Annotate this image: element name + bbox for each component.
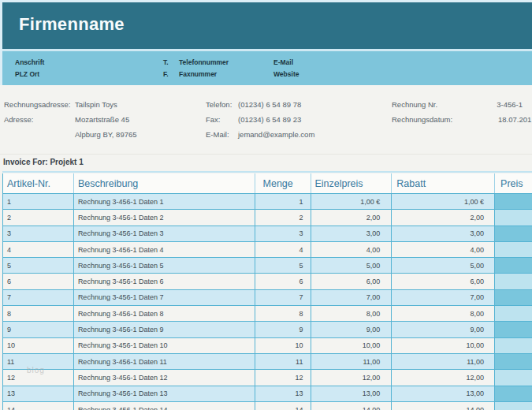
cell-einzelpreis: 11,00 xyxy=(311,354,392,369)
contact-email-label: E-Mail xyxy=(273,58,293,67)
cell-einzelpreis: 8,00 xyxy=(311,306,392,321)
cell-einzelpreis: 7,00 xyxy=(311,290,392,305)
column-header-beschreibung: Beschreibung xyxy=(74,173,255,193)
cell-menge: 8 xyxy=(255,306,312,321)
column-header-menge: Menge xyxy=(255,173,312,193)
cell-menge: 5 xyxy=(255,258,312,273)
cell-preis xyxy=(495,226,532,241)
cell-beschreibung: Rechnung 3-456-1 Daten 8 xyxy=(74,306,255,321)
cell-artikel-nr: 3 xyxy=(3,226,74,241)
cell-rabatt: 1,00 € xyxy=(392,194,495,209)
table-top-accent xyxy=(2,171,532,173)
billing-address-label: Rechnungsadresse: xyxy=(4,100,71,110)
contact-fax-label: Faxnummer xyxy=(179,70,217,79)
table-header-row: Artikel-Nr. Beschreibung Menge Einzelpre… xyxy=(2,173,532,194)
fax-value: (01234) 6 54 89 23 xyxy=(238,115,301,125)
cell-preis xyxy=(495,354,532,369)
cell-menge: 10 xyxy=(255,338,312,353)
invoice-date-value: 18.07.201 xyxy=(498,115,531,125)
cell-preis xyxy=(495,258,532,273)
cell-einzelpreis: 3,00 xyxy=(311,226,392,241)
cell-einzelpreis: 13,00 xyxy=(311,386,392,401)
cell-preis xyxy=(495,322,532,337)
cell-menge: 13 xyxy=(255,386,312,401)
invoice-template-page: { "header": { "company_name": "Firmennam… xyxy=(0,0,532,410)
cell-preis xyxy=(495,194,532,209)
cell-rabatt: 9,00 xyxy=(392,322,495,337)
phone-value: (01234) 6 54 89 78 xyxy=(238,100,301,110)
invoice-for-line: Invoice For: Projekt 1 xyxy=(3,158,84,166)
table-row: 9 Rechnung 3-456-1 Daten 9 9 9,00 9,00 xyxy=(2,322,532,337)
cell-preis xyxy=(495,338,532,353)
table-row: 7 Rechnung 3-456-1 Daten 7 7 7,00 7,00 xyxy=(2,290,532,306)
cell-beschreibung: Rechnung 3-456-1 Daten 1 xyxy=(74,194,255,209)
cell-einzelpreis: 12,00 xyxy=(311,370,392,385)
cell-beschreibung: Rechnung 3-456-1 Daten 3 xyxy=(74,226,255,241)
cell-rabatt: 7,00 xyxy=(392,290,495,305)
email-label: E-Mail: xyxy=(206,130,229,140)
contact-fax-prefix: F. xyxy=(163,70,169,79)
cell-beschreibung: Rechnung 3-456-1 Daten 7 xyxy=(74,290,255,305)
invoice-no-label: Rechnung Nr. xyxy=(392,100,437,110)
contact-phone-prefix: T. xyxy=(163,58,169,67)
company-name: Firmenname xyxy=(19,14,125,35)
cell-rabatt: 10,00 xyxy=(392,338,495,353)
cell-rabatt: 4,00 xyxy=(392,242,495,257)
table-row: 3 Rechnung 3-456-1 Daten 3 3 3,00 3,00 xyxy=(2,226,532,242)
cell-einzelpreis: 4,00 xyxy=(311,242,392,257)
cell-artikel-nr: 6 xyxy=(3,274,74,289)
cell-rabatt: 5,00 xyxy=(392,258,495,273)
cell-preis xyxy=(495,370,532,385)
table-row: 14 Rechnung 3-456-1 Daten 14 14 14,00 14… xyxy=(2,402,532,410)
contact-band: Anschrift PLZ Ort T. Telefonnummer F. Fa… xyxy=(2,51,532,85)
cell-preis xyxy=(495,274,532,289)
table-row: 2 Rechnung 3-456-1 Daten 2 2 2,00 2,00 xyxy=(2,210,532,226)
cell-beschreibung: Rechnung 3-456-1 Daten 13 xyxy=(74,386,255,401)
table-row: 13 Rechnung 3-456-1 Daten 13 13 13,00 13… xyxy=(2,386,532,402)
cell-einzelpreis: 5,00 xyxy=(311,258,392,273)
cell-menge: 11 xyxy=(255,354,312,369)
cell-beschreibung: Rechnung 3-456-1 Daten 6 xyxy=(74,274,255,289)
cell-beschreibung: Rechnung 3-456-1 Daten 2 xyxy=(74,210,255,225)
email-value: jemand@example.com xyxy=(238,130,314,140)
cell-preis xyxy=(495,402,532,410)
cell-artikel-nr: 1 xyxy=(3,194,74,209)
contact-website-label: Website xyxy=(273,70,299,79)
blog-watermark: blog xyxy=(27,366,45,375)
table-row: 12 Rechnung 3-456-1 Daten 12 12 12,00 12… xyxy=(2,370,532,386)
phone-label: Telefon: xyxy=(206,100,232,110)
cell-rabatt: 11,00 xyxy=(392,354,495,369)
billing-address-value: Tailspin Toys xyxy=(75,100,117,110)
cell-preis xyxy=(495,386,532,401)
cell-rabatt: 12,00 xyxy=(392,370,495,385)
cell-beschreibung: Rechnung 3-456-1 Daten 12 xyxy=(74,370,255,385)
cell-artikel-nr: 10 xyxy=(3,338,74,353)
table-body: 1 Rechnung 3-456-1 Daten 1 1 1,00 € 1,00… xyxy=(2,194,532,410)
cell-beschreibung: Rechnung 3-456-1 Daten 4 xyxy=(74,242,255,257)
section-divider xyxy=(0,154,532,155)
invoice-no-value: 3-456-1 xyxy=(444,100,523,110)
cell-artikel-nr: 2 xyxy=(3,210,74,225)
address-city-value: Alpburg BY, 89765 xyxy=(75,130,137,140)
cell-rabatt: 14,00 xyxy=(392,402,495,410)
cell-artikel-nr: 4 xyxy=(3,242,74,257)
cell-menge: 6 xyxy=(255,274,312,289)
table-row: 6 Rechnung 3-456-1 Daten 6 6 6,00 6,00 xyxy=(2,274,532,289)
cell-menge: 14 xyxy=(255,402,312,410)
column-header-preis: Preis xyxy=(495,173,532,193)
cell-einzelpreis: 2,00 xyxy=(311,210,392,225)
cell-menge: 9 xyxy=(255,322,312,337)
cell-beschreibung: Rechnung 3-456-1 Daten 5 xyxy=(74,258,255,273)
cell-preis xyxy=(495,210,532,225)
table-row: 5 Rechnung 3-456-1 Daten 5 5 5,00 5,00 xyxy=(2,258,532,274)
cell-menge: 7 xyxy=(255,290,312,305)
cell-rabatt: 8,00 xyxy=(392,306,495,321)
table-row: 4 Rechnung 3-456-1 Daten 4 4 4,00 4,00 xyxy=(2,242,532,258)
company-banner: Firmenname xyxy=(2,2,532,49)
cell-menge: 3 xyxy=(255,226,312,241)
invoice-date-label: Rechnungsdatum: xyxy=(392,115,452,125)
contact-phone-label: Telefonnummer xyxy=(179,58,229,67)
cell-artikel-nr: 8 xyxy=(3,306,74,321)
table-row: 1 Rechnung 3-456-1 Daten 1 1 1,00 € 1,00… xyxy=(2,194,532,210)
cell-artikel-nr: 13 xyxy=(3,386,74,401)
